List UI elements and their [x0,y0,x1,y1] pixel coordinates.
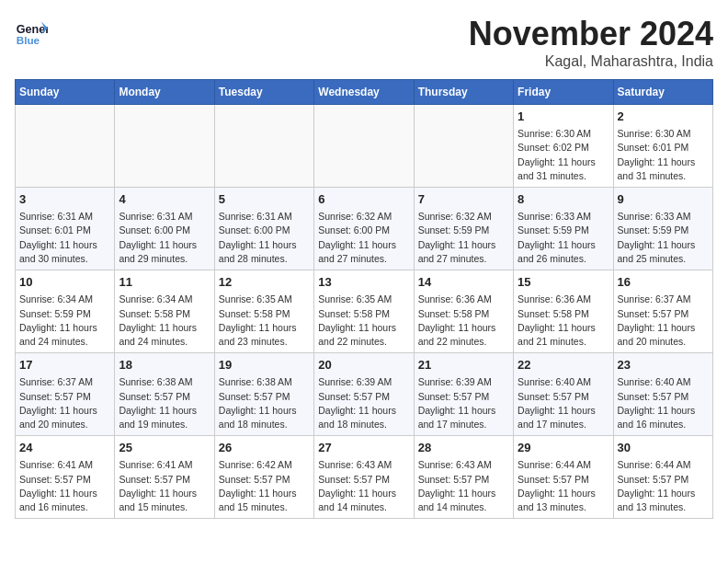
day-number: 26 [219,440,310,456]
day-info: Sunrise: 6:32 AM Sunset: 5:59 PM Dayligh… [418,210,509,266]
calendar-week-row: 17Sunrise: 6:37 AM Sunset: 5:57 PM Dayli… [16,353,713,436]
table-row: 2Sunrise: 6:30 AM Sunset: 6:01 PM Daylig… [613,105,712,188]
day-info: Sunrise: 6:38 AM Sunset: 5:57 PM Dayligh… [219,375,310,431]
day-number: 27 [318,440,409,456]
table-row: 21Sunrise: 6:39 AM Sunset: 5:57 PM Dayli… [414,353,513,436]
day-number: 2 [618,109,709,125]
table-row: 28Sunrise: 6:43 AM Sunset: 5:57 PM Dayli… [414,436,513,519]
day-number: 22 [518,357,609,373]
day-info: Sunrise: 6:30 AM Sunset: 6:02 PM Dayligh… [518,127,609,183]
day-info: Sunrise: 6:43 AM Sunset: 5:57 PM Dayligh… [418,458,509,514]
day-number: 16 [618,274,709,291]
day-number: 5 [219,191,310,208]
table-row: 16Sunrise: 6:37 AM Sunset: 5:57 PM Dayli… [613,270,712,353]
day-number: 23 [618,357,709,373]
day-info: Sunrise: 6:35 AM Sunset: 5:58 PM Dayligh… [318,293,409,349]
day-number: 7 [418,191,509,208]
day-info: Sunrise: 6:32 AM Sunset: 6:00 PM Dayligh… [318,210,409,266]
table-row: 22Sunrise: 6:40 AM Sunset: 5:57 PM Dayli… [514,353,613,436]
day-info: Sunrise: 6:35 AM Sunset: 5:58 PM Dayligh… [219,293,310,349]
day-number: 11 [119,274,210,291]
calendar-week-row: 3Sunrise: 6:31 AM Sunset: 6:01 PM Daylig… [16,188,713,270]
logo: General Blue General Blue [15,15,48,48]
table-row: 24Sunrise: 6:41 AM Sunset: 5:57 PM Dayli… [16,436,115,519]
day-info: Sunrise: 6:36 AM Sunset: 5:58 PM Dayligh… [518,293,609,349]
day-info: Sunrise: 6:42 AM Sunset: 5:57 PM Dayligh… [219,458,310,514]
day-info: Sunrise: 6:43 AM Sunset: 5:57 PM Dayligh… [318,458,409,514]
table-row [16,105,115,188]
day-info: Sunrise: 6:44 AM Sunset: 5:57 PM Dayligh… [518,458,609,514]
day-number: 30 [618,440,709,456]
day-info: Sunrise: 6:33 AM Sunset: 5:59 PM Dayligh… [618,210,709,266]
day-info: Sunrise: 6:38 AM Sunset: 5:57 PM Dayligh… [119,375,210,431]
table-row: 8Sunrise: 6:33 AM Sunset: 5:59 PM Daylig… [514,188,613,270]
day-info: Sunrise: 6:36 AM Sunset: 5:58 PM Dayligh… [418,293,509,349]
col-monday: Monday [115,80,214,105]
title-block: November 2024 Kagal, Maharashtra, India [469,15,713,70]
calendar-week-row: 24Sunrise: 6:41 AM Sunset: 5:57 PM Dayli… [16,436,713,519]
calendar-week-row: 10Sunrise: 6:34 AM Sunset: 5:59 PM Dayli… [16,270,713,353]
day-info: Sunrise: 6:34 AM Sunset: 5:59 PM Dayligh… [19,293,110,349]
day-info: Sunrise: 6:37 AM Sunset: 5:57 PM Dayligh… [618,293,709,349]
table-row: 27Sunrise: 6:43 AM Sunset: 5:57 PM Dayli… [314,436,414,519]
calendar-header-row: Sunday Monday Tuesday Wednesday Thursday… [16,80,713,105]
day-info: Sunrise: 6:34 AM Sunset: 5:58 PM Dayligh… [119,293,210,349]
col-tuesday: Tuesday [214,80,313,105]
table-row [314,105,414,188]
table-row: 25Sunrise: 6:41 AM Sunset: 5:57 PM Dayli… [115,436,214,519]
location: Kagal, Maharashtra, India [469,53,713,70]
col-wednesday: Wednesday [314,80,414,105]
table-row: 6Sunrise: 6:32 AM Sunset: 6:00 PM Daylig… [314,188,414,270]
table-row: 20Sunrise: 6:39 AM Sunset: 5:57 PM Dayli… [314,353,414,436]
table-row: 9Sunrise: 6:33 AM Sunset: 5:59 PM Daylig… [613,188,712,270]
day-info: Sunrise: 6:44 AM Sunset: 5:57 PM Dayligh… [618,458,709,514]
day-number: 15 [518,274,609,291]
day-number: 19 [219,357,310,373]
table-row: 3Sunrise: 6:31 AM Sunset: 6:01 PM Daylig… [16,188,115,270]
day-number: 1 [518,109,609,125]
table-row: 23Sunrise: 6:40 AM Sunset: 5:57 PM Dayli… [613,353,712,436]
day-info: Sunrise: 6:41 AM Sunset: 5:57 PM Dayligh… [19,458,110,514]
day-number: 4 [119,191,210,208]
table-row: 5Sunrise: 6:31 AM Sunset: 6:00 PM Daylig… [214,188,313,270]
table-row: 10Sunrise: 6:34 AM Sunset: 5:59 PM Dayli… [16,270,115,353]
day-number: 13 [318,274,409,291]
table-row [214,105,313,188]
day-number: 9 [618,191,709,208]
day-number: 25 [119,440,210,456]
day-number: 14 [418,274,509,291]
day-info: Sunrise: 6:31 AM Sunset: 6:01 PM Dayligh… [19,210,110,266]
table-row: 14Sunrise: 6:36 AM Sunset: 5:58 PM Dayli… [414,270,513,353]
page-header: General Blue General Blue November 2024 … [15,15,713,70]
col-saturday: Saturday [613,80,712,105]
logo-icon: General Blue [15,15,48,48]
table-row: 7Sunrise: 6:32 AM Sunset: 5:59 PM Daylig… [414,188,513,270]
day-info: Sunrise: 6:41 AM Sunset: 5:57 PM Dayligh… [119,458,210,514]
col-thursday: Thursday [414,80,513,105]
day-number: 6 [318,191,409,208]
day-info: Sunrise: 6:30 AM Sunset: 6:01 PM Dayligh… [618,127,709,183]
table-row: 1Sunrise: 6:30 AM Sunset: 6:02 PM Daylig… [514,105,613,188]
table-row: 11Sunrise: 6:34 AM Sunset: 5:58 PM Dayli… [115,270,214,353]
table-row: 17Sunrise: 6:37 AM Sunset: 5:57 PM Dayli… [16,353,115,436]
calendar-week-row: 1Sunrise: 6:30 AM Sunset: 6:02 PM Daylig… [16,105,713,188]
day-number: 17 [19,357,110,373]
table-row: 4Sunrise: 6:31 AM Sunset: 6:00 PM Daylig… [115,188,214,270]
day-number: 10 [19,274,110,291]
month-title: November 2024 [469,15,713,53]
day-number: 24 [19,440,110,456]
day-info: Sunrise: 6:40 AM Sunset: 5:57 PM Dayligh… [518,375,609,431]
svg-text:Blue: Blue [17,34,40,46]
day-info: Sunrise: 6:39 AM Sunset: 5:57 PM Dayligh… [418,375,509,431]
day-info: Sunrise: 6:37 AM Sunset: 5:57 PM Dayligh… [19,375,110,431]
table-row: 18Sunrise: 6:38 AM Sunset: 5:57 PM Dayli… [115,353,214,436]
day-info: Sunrise: 6:31 AM Sunset: 6:00 PM Dayligh… [119,210,210,266]
day-info: Sunrise: 6:39 AM Sunset: 5:57 PM Dayligh… [318,375,409,431]
day-info: Sunrise: 6:31 AM Sunset: 6:00 PM Dayligh… [219,210,310,266]
table-row [414,105,513,188]
day-number: 28 [418,440,509,456]
day-info: Sunrise: 6:40 AM Sunset: 5:57 PM Dayligh… [618,375,709,431]
day-number: 29 [518,440,609,456]
table-row: 29Sunrise: 6:44 AM Sunset: 5:57 PM Dayli… [514,436,613,519]
table-row: 15Sunrise: 6:36 AM Sunset: 5:58 PM Dayli… [514,270,613,353]
